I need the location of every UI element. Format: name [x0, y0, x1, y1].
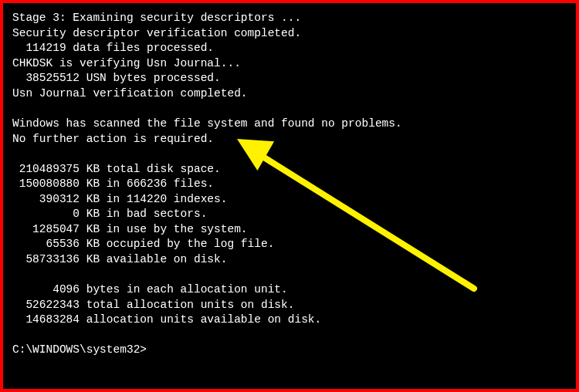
terminal-output: Stage 3: Examining security descriptors …: [12, 11, 567, 358]
terminal-line: 150080880 KB in 666236 files.: [12, 177, 567, 192]
terminal-line: 4096 bytes in each allocation unit.: [12, 282, 567, 298]
terminal-line: No further action is required.: [12, 132, 567, 147]
terminal-line: Stage 3: Examining security descriptors …: [12, 11, 567, 26]
terminal-line: 38525512 USN bytes processed.: [12, 71, 567, 86]
terminal-line: 52622343 total allocation units on disk.: [12, 298, 567, 313]
terminal-line: 14683284 allocation units available on d…: [12, 313, 567, 328]
terminal-line: 1285047 KB in use by the system.: [12, 222, 567, 238]
terminal-line: 65536 KB occupied by the log file.: [12, 237, 567, 252]
terminal-line: C:\WINDOWS\system32>: [12, 343, 567, 358]
terminal-line: 210489375 KB total disk space.: [12, 162, 567, 177]
terminal-line: [12, 147, 567, 162]
terminal-line: [12, 101, 567, 117]
terminal-line: 114219 data files processed.: [12, 41, 567, 56]
terminal-line: Security descriptor verification complet…: [12, 26, 567, 42]
terminal-line: 58733136 KB available on disk.: [12, 252, 567, 268]
terminal-line: [12, 328, 567, 343]
terminal-line: Windows has scanned the file system and …: [12, 117, 567, 132]
terminal-line: 0 KB in bad sectors.: [12, 207, 567, 222]
terminal-line: Usn Journal verification completed.: [12, 86, 567, 102]
terminal-line: 390312 KB in 114220 indexes.: [12, 192, 567, 208]
terminal-line: [12, 268, 567, 283]
terminal-line: CHKDSK is verifying Usn Journal...: [12, 56, 567, 72]
